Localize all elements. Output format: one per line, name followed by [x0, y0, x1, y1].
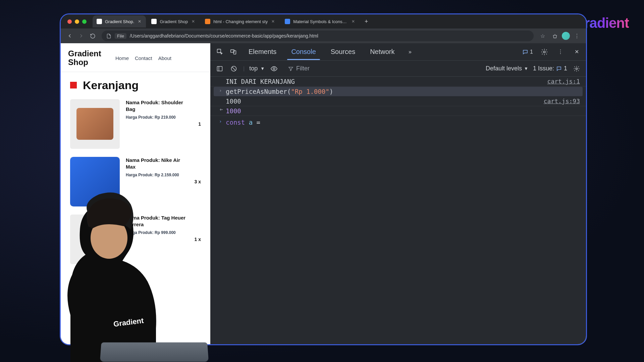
tab-label: html - Changing element sty	[213, 19, 268, 24]
site-nav: Home Contact About	[115, 55, 171, 61]
log-levels-select[interactable]: Default levels ▼	[486, 65, 528, 72]
back-button[interactable]	[65, 31, 75, 41]
file-icon	[106, 34, 111, 39]
log-message: 1000	[226, 98, 544, 105]
reload-button[interactable]	[88, 31, 98, 41]
bookmark-button[interactable]: ☆	[538, 31, 548, 41]
log-source-link[interactable]: cart.js:93	[544, 98, 580, 105]
page-heading: Keranjang	[83, 79, 139, 92]
minimize-window-icon[interactable]	[75, 19, 79, 24]
tab-label: Material Symbols & Icons - G	[293, 19, 348, 24]
favicon-icon	[151, 19, 157, 24]
close-tab-icon[interactable]: ✕	[351, 19, 356, 24]
laptop-icon	[101, 342, 208, 362]
maximize-window-icon[interactable]	[82, 19, 87, 24]
file-chip: File	[115, 33, 126, 39]
favicon-icon	[97, 19, 102, 24]
site-brand: Gradient Shop	[68, 49, 107, 67]
svg-point-3	[543, 51, 545, 53]
panel-tab-console[interactable]: Console	[287, 44, 320, 60]
device-toolbar-button[interactable]	[228, 47, 238, 57]
nav-link-about[interactable]: About	[158, 55, 171, 61]
panel-tab-sources[interactable]: Sources	[327, 44, 359, 60]
nav-link-contact[interactable]: Contact	[135, 55, 152, 61]
close-tab-icon[interactable]: ✕	[137, 19, 142, 24]
devtools-settings-button[interactable]	[540, 47, 549, 57]
new-tab-button[interactable]: +	[361, 16, 372, 27]
profile-avatar[interactable]	[562, 32, 570, 40]
live-expression-button[interactable]	[269, 64, 279, 73]
svg-point-7	[576, 68, 578, 69]
panel-tab-network[interactable]: Network	[366, 44, 398, 60]
close-devtools-button[interactable]: ✕	[572, 47, 581, 57]
messages-badge[interactable]: 1	[522, 49, 533, 55]
heading-square-icon	[70, 82, 77, 88]
expand-icon[interactable]: ›	[219, 88, 226, 93]
close-tab-icon[interactable]: ✕	[271, 19, 275, 24]
log-message: getPriceAsNumber("Rp 1.000")	[226, 88, 577, 95]
more-panels-button[interactable]: »	[406, 47, 415, 57]
tab-label: Gradient Shop.	[105, 19, 134, 24]
window-controls	[67, 19, 87, 24]
console-filter-input[interactable]: Filter	[283, 63, 377, 74]
product-qty: 1	[198, 121, 201, 127]
browser-tab-2[interactable]: Gradient Shop ✕	[147, 15, 200, 27]
log-message: INI DARI KERANJANG	[226, 78, 547, 85]
product-name: Nama Produk: Shoulder Bag	[126, 99, 190, 113]
nav-link-home[interactable]: Home	[115, 55, 129, 61]
prompt-input[interactable]: const a =	[226, 119, 580, 126]
console-log[interactable]: INI DARI KERANJANG cart.js:1 › getPriceA…	[210, 77, 586, 344]
person-silhouette-icon	[20, 171, 195, 362]
log-return-value: 1000	[226, 107, 580, 115]
console-settings-button[interactable]	[572, 64, 581, 73]
browser-tab-4[interactable]: Material Symbols & Icons - G ✕	[281, 15, 360, 27]
product-qty: 1 x	[195, 237, 201, 242]
log-source-link[interactable]: cart.js:1	[547, 78, 580, 85]
url-text: /Users/anggardhafebriano/Documents/cours…	[130, 33, 318, 39]
log-row-return: 1000	[210, 106, 586, 116]
return-icon	[219, 107, 226, 112]
close-tab-icon[interactable]: ✕	[191, 19, 196, 24]
forward-button[interactable]	[76, 31, 86, 41]
clear-console-button[interactable]	[229, 64, 238, 73]
address-bar: File /Users/anggardhafebriano/Documents/…	[61, 28, 586, 43]
devtools-menu-button[interactable]: ⋮	[556, 47, 565, 57]
product-name: Nama Produk: Nike Air Max	[126, 157, 186, 171]
product-thumb	[70, 99, 120, 149]
devtools-panel: Elements Console Sources Network » 1 ⋮ ✕…	[210, 43, 586, 344]
log-row: 1000 cart.js:93	[210, 97, 586, 106]
presenter-overlay: Gradient	[20, 171, 195, 362]
product-price: Harga Produk: Rp 219.000	[126, 115, 190, 120]
favicon-icon	[285, 19, 290, 24]
svg-point-6	[273, 68, 275, 70]
execution-context-select[interactable]: top ▼	[249, 65, 265, 72]
browser-menu-button[interactable]: ⋮	[572, 31, 582, 41]
svg-rect-4	[217, 66, 222, 71]
product-qty: 3 x	[195, 179, 201, 184]
cart-item: Nama Produk: Shoulder Bag Harga Produk: …	[70, 99, 201, 149]
extensions-button[interactable]	[550, 31, 560, 41]
panel-tab-elements[interactable]: Elements	[245, 44, 280, 60]
favicon-icon	[205, 19, 210, 24]
prompt-icon: ›	[219, 119, 226, 124]
toggle-sidebar-button[interactable]	[215, 64, 224, 73]
console-prompt[interactable]: › const a =	[210, 116, 586, 127]
url-input[interactable]: File /Users/anggardhafebriano/Documents/…	[102, 31, 534, 41]
tab-strip: Gradient Shop. ✕ Gradient Shop ✕ html - …	[61, 14, 586, 28]
browser-tab-1[interactable]: Gradient Shop. ✕	[93, 15, 146, 27]
close-window-icon[interactable]	[67, 19, 72, 24]
log-row: INI DARI KERANJANG cart.js:1	[210, 77, 586, 86]
browser-tab-3[interactable]: html - Changing element sty ✕	[201, 15, 279, 27]
tab-label: Gradient Shop	[160, 19, 188, 24]
issues-badge[interactable]: 1 Issue: 1	[533, 65, 567, 72]
log-row-input[interactable]: › getPriceAsNumber("Rp 1.000")	[214, 87, 583, 96]
inspect-element-button[interactable]	[215, 47, 224, 57]
